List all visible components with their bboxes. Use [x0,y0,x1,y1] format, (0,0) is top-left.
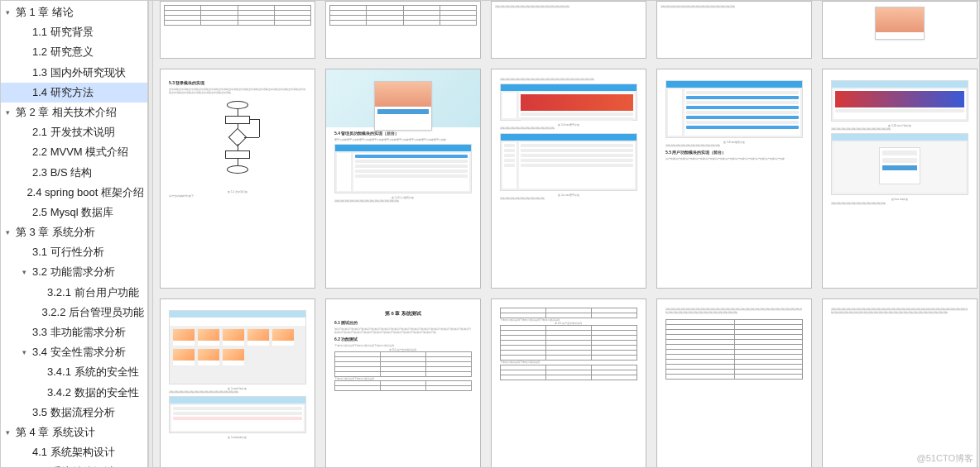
toc-item[interactable]: 4.2 系统总体设计 [1,462,147,467]
collapse-icon[interactable]: ▾ [6,227,16,238]
page-thumbnail[interactable]: 说明说明说明说明说明说明说明说明说明说明说明说明说明说明说明 [656,1,812,59]
toc-item[interactable]: 1.3 国内外研究现状 [1,63,147,83]
toc-item[interactable]: ▾第 4 章 系统设计 [1,423,147,442]
collapse-icon[interactable]: ▾ [22,347,32,358]
thumb-subheading: 6.1 测试目的 [334,320,472,325]
toc-label: 第 1 章 绪论 [16,5,74,20]
thumbnail-grid: 说明说明说明说明说明说明说明说明说明说明说明说明说明说明说明 说明说明说明说明说… [160,1,973,467]
collapse-icon[interactable]: ▾ [6,7,16,18]
toc-label: 2.3 B/S 结构 [32,165,92,180]
page-thumbnail[interactable]: 说明说明说明说明说明说明说明说明说明说明说明说明说明说明说明说明说明说明说明 图… [491,69,646,289]
watermark: @51CTO博客 [917,452,973,465]
toc-item[interactable]: 3.3 非功能需求分析 [1,322,147,342]
thumb-heading: 5.4 管理员功能模块的实现（后台） [334,131,472,136]
toc-label: 3.3 非功能需求分析 [32,325,126,340]
toc-label: 3.1 可行性分析 [32,245,104,260]
toc-label: 2.1 开发技术说明 [32,125,115,140]
toc-item[interactable]: 2.4 spring boot 框架介绍 [1,183,147,203]
toc-item[interactable]: 4.1 系统架构设计 [1,442,147,462]
toc-item[interactable]: 1.4 研究方法 [1,83,147,103]
page-thumbnail[interactable]: 说明说明说明说明说明说明说明说明说明说明说明说明说明说明说明说明说明说明说明说明… [822,298,978,467]
thumb-heading: 5.5 用户功能模块的实现（前台） [665,150,803,155]
toc-label: 3.2 功能需求分析 [32,265,115,279]
toc-label: 2.4 spring boot 框架介绍 [26,185,144,200]
page-thumbnail[interactable] [160,1,315,59]
thumb-subheading: 6.2 功能测试 [334,337,472,341]
outline-sidebar[interactable]: ▾第 1 章 绪论1.1 研究背景1.2 研究意义1.3 国内外研究现状1.4 … [1,1,148,467]
toc-item[interactable]: 3.4.2 数据的安全性 [1,383,147,403]
toc-item[interactable]: 2.2 MVVM 模式介绍 [1,142,147,162]
page-thumbnail[interactable] [822,1,978,59]
page-thumbnail[interactable]: 5.4 管理员功能模块的实现（后台） 管理员功能管理员功能管理员功能管理员功能管… [325,69,481,289]
toc-item[interactable]: ▾第 1 章 绪论 [1,2,147,22]
page-thumbnail[interactable]: 下表列出测试用例下表列出测试用例下表列出测试用例 表 6-1 用户登录测试用例 … [491,298,646,467]
toc-item[interactable]: 2.1 开发技术说明 [1,122,147,142]
page-thumbnail[interactable]: 图 5-10 xxx详情界面 说明说明说明说明说明说明说明说明说明说明说明说明 … [822,69,978,289]
toc-label: 3.5 数据流程分析 [32,405,115,420]
page-thumbnail[interactable]: 图 5-8 xxx首页界面 说明说明说明说明说明说明说明说明说明说明说明 5.5… [656,69,812,289]
toc-label: 4.1 系统架构设计 [32,445,115,460]
toc-label: 2.2 MVVM 模式介绍 [32,145,128,160]
thumb-heading: 5.3 登录模块的实现 [169,80,306,85]
toc-label: 1.2 研究意义 [32,45,94,60]
page-thumbnail[interactable]: 说明说明说明说明说明说明说明说明说明说明说明说明说明说明说明 [491,1,646,59]
toc-label: 2.5 Mysql 数据库 [32,205,113,220]
toc-label: 第 3 章 系统分析 [16,225,95,240]
toc-label: 1.3 国内外研究现状 [32,65,126,80]
thumb-heading: 第 6 章 系统测试 [334,310,472,318]
toc-item[interactable]: 3.1 可行性分析 [1,242,147,262]
flowchart-icon [213,101,262,184]
toc-item[interactable]: ▾第 2 章 相关技术介绍 [1,103,147,122]
toc-label: 第 4 章 系统设计 [16,425,95,440]
toc-item[interactable]: 2.3 B/S 结构 [1,163,147,183]
page-thumbnail[interactable]: 第 6 章 系统测试 6.1 测试目的 测试目的测试目的测试目的测试目的测试目的… [325,298,481,467]
toc-item[interactable]: 3.2.1 前台用户功能 [1,283,147,303]
page-thumbnail[interactable]: 图 5-xxx详情界面 说明说明说明说明说明说明说明说明说明说明说明说明说明说明… [160,298,315,467]
toc-label: 4.2 系统总体设计 [32,465,115,467]
toc-item[interactable]: ▾3.4 安全性需求分析 [1,342,147,362]
toc-label: 3.2.1 前台用户功能 [47,285,139,300]
toc-item[interactable]: 2.5 Mysql 数据库 [1,203,147,222]
toc-item[interactable]: ▾第 3 章 系统分析 [1,222,147,242]
collapse-icon[interactable]: ▾ [6,427,16,438]
toc-label: 3.2.2 后台管理员功能 [41,305,144,320]
toc-label: 1.4 研究方法 [32,85,94,100]
collapse-icon[interactable]: ▾ [6,107,16,118]
page-thumbnail[interactable] [325,1,481,59]
thumbnail-pane[interactable]: 说明说明说明说明说明说明说明说明说明说明说明说明说明说明说明 说明说明说明说明说… [153,1,979,467]
toc-item[interactable]: 3.4.1 系统的安全性 [1,362,147,382]
toc-item[interactable]: 3.2.2 后台管理员功能 [1,303,147,322]
toc-item[interactable]: 1.2 研究意义 [1,42,147,62]
page-thumbnail[interactable]: 5.3 登录模块的实现 登录说明登录说明登录说明登录说明登录说明登录说明登录说明… [160,69,315,289]
toc-label: 1.1 研究背景 [32,25,94,40]
toc-label: 3.4.1 系统的安全性 [47,365,139,380]
toc-item[interactable]: 1.1 研究背景 [1,22,147,42]
toc-label: 3.4 安全性需求分析 [32,345,126,360]
toc-item[interactable]: 3.5 数据流程分析 [1,403,147,423]
toc-label: 第 2 章 相关技术介绍 [16,105,117,120]
page-thumbnail[interactable]: 说明说明说明说明说明说明说明说明说明说明说明说明说明说明说明说明说明说明说明说明… [656,298,812,467]
toc-item[interactable]: ▾3.2 功能需求分析 [1,262,147,282]
toc-label: 3.4.2 数据的安全性 [47,385,139,400]
collapse-icon[interactable]: ▾ [22,267,32,278]
